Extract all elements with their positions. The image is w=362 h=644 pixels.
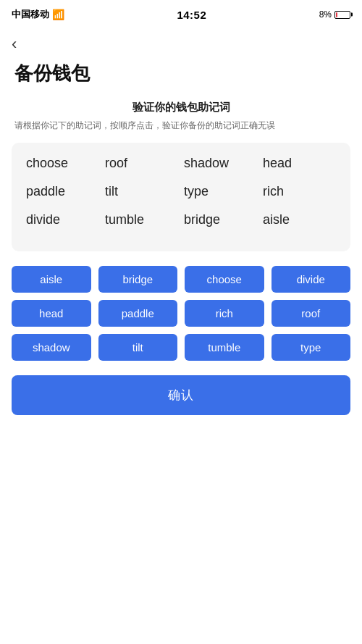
status-time: 14:52 (177, 9, 206, 21)
chip-choose[interactable]: choose (185, 266, 264, 293)
display-word-bridge: bridge (184, 212, 257, 227)
word-display-area: choose roof shadow head paddle tilt type… (12, 143, 350, 251)
word-chips-grid: aisle bridge choose divide head paddle r… (12, 266, 350, 361)
chip-roof[interactable]: roof (272, 300, 351, 327)
wifi-icon: 📶 (52, 9, 64, 20)
chip-tumble[interactable]: tumble (185, 334, 264, 361)
confirm-button-container: 确认 (0, 375, 362, 437)
chip-aisle[interactable]: aisle (12, 266, 91, 293)
section-description: 请根据你记下的助记词，按顺序点击，验证你备份的助记词正确无误 (0, 119, 362, 133)
carrier-label: 中国移动 (12, 8, 49, 21)
chip-shadow[interactable]: shadow (12, 334, 91, 361)
word-display-grid: choose roof shadow head paddle tilt type… (26, 156, 336, 227)
display-word-shadow: shadow (184, 156, 257, 171)
confirm-button[interactable]: 确认 (12, 375, 350, 415)
chip-bridge[interactable]: bridge (98, 266, 178, 293)
status-bar: 中国移动 📶 14:52 8% (0, 0, 362, 26)
display-word-tilt: tilt (105, 184, 178, 199)
display-word-type: type (184, 184, 257, 199)
chip-paddle[interactable]: paddle (98, 300, 178, 327)
chip-divide[interactable]: divide (272, 266, 351, 293)
chip-type[interactable]: type (272, 334, 351, 361)
word-chips-section: aisle bridge choose divide head paddle r… (0, 266, 362, 361)
display-word-aisle: aisle (263, 212, 336, 227)
page-title: 备份钱包 (0, 58, 362, 101)
display-word-paddle: paddle (26, 184, 99, 199)
back-button[interactable]: ‹ (0, 26, 28, 58)
display-word-head: head (263, 156, 336, 171)
status-right: 8% (319, 9, 350, 20)
chip-tilt[interactable]: tilt (98, 334, 178, 361)
display-word-roof: roof (105, 156, 178, 171)
display-word-rich: rich (263, 184, 336, 199)
display-word-choose: choose (26, 156, 99, 171)
section-heading: 验证你的钱包助记词 (0, 101, 362, 114)
battery-icon (334, 11, 350, 19)
display-word-tumble: tumble (105, 212, 178, 227)
chip-head[interactable]: head (12, 300, 91, 327)
battery-percent: 8% (319, 9, 332, 20)
chip-rich[interactable]: rich (185, 300, 264, 327)
status-left: 中国移动 📶 (12, 8, 64, 21)
display-word-divide: divide (26, 212, 99, 227)
